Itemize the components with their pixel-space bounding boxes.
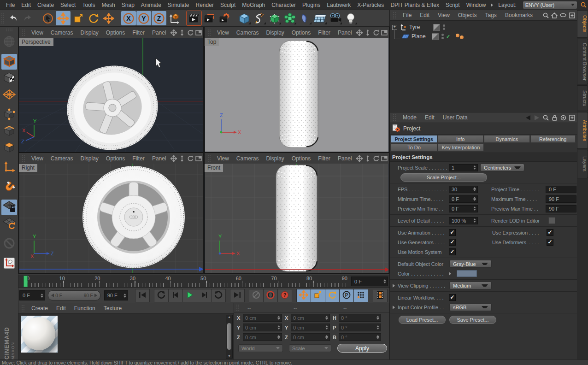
stepper-icon[interactable] bbox=[324, 316, 329, 320]
viewport-menu-item[interactable]: Panel bbox=[148, 29, 170, 36]
object-manager-menu-item[interactable]: Edit bbox=[416, 12, 434, 18]
rotate-view-icon[interactable] bbox=[187, 29, 194, 36]
tab-to-do[interactable]: To Do bbox=[391, 143, 437, 151]
layer-swatch[interactable] bbox=[432, 33, 439, 40]
default-object-color-select[interactable]: Gray-Blue bbox=[449, 260, 492, 268]
lock-y-axis-button[interactable]: Y bbox=[136, 11, 151, 25]
snap-button[interactable] bbox=[1, 180, 17, 195]
menu-item[interactable]: Laubwerk bbox=[323, 2, 354, 8]
menu-item[interactable]: Simulate bbox=[165, 2, 193, 8]
search-icon[interactable] bbox=[542, 12, 549, 19]
viewport-right[interactable]: ViewCamerasDisplayOptionsFilterPanel bbox=[18, 153, 204, 274]
key-pla-button[interactable] bbox=[353, 289, 368, 302]
object-tags[interactable] bbox=[456, 34, 464, 39]
zoom-view-icon[interactable] bbox=[364, 155, 371, 162]
material-menu-item[interactable]: Function bbox=[70, 305, 100, 312]
tab-key-interpolation[interactable]: Key Interpolation bbox=[438, 143, 484, 151]
visibility-dots[interactable] bbox=[441, 34, 444, 39]
tag-icon[interactable] bbox=[456, 34, 459, 37]
layout-select[interactable]: ENVY (User) bbox=[523, 1, 577, 9]
menu-item[interactable]: Select bbox=[57, 2, 79, 8]
size-z-field[interactable]: 0 cm bbox=[291, 333, 330, 341]
search-icon[interactable] bbox=[580, 1, 587, 8]
menu-item[interactable]: Script bbox=[442, 2, 463, 8]
size-y-field[interactable]: 0 cm bbox=[291, 324, 330, 331]
add-deformer-button[interactable] bbox=[282, 11, 297, 25]
object-manager-menu-item[interactable]: Bookmarks bbox=[501, 12, 537, 18]
viewport-menu-item[interactable]: Cameras bbox=[47, 155, 77, 162]
stepper-icon[interactable] bbox=[39, 294, 45, 298]
top-view[interactable]: Z X bbox=[205, 38, 388, 152]
preview-max-time-field[interactable]: 90 F bbox=[546, 205, 576, 212]
live-selection-button[interactable] bbox=[41, 11, 55, 25]
play-button[interactable] bbox=[182, 289, 197, 302]
stepper-icon[interactable] bbox=[276, 325, 282, 330]
attribute-grip[interactable] bbox=[393, 114, 397, 121]
stepper-icon[interactable] bbox=[472, 197, 477, 201]
maximum-time-field[interactable]: 90 F bbox=[546, 195, 576, 203]
add-subdivision-surface-button[interactable] bbox=[267, 11, 282, 25]
points-mode-button[interactable] bbox=[1, 107, 17, 123]
attribute-menu-item[interactable]: User Data bbox=[439, 114, 472, 121]
view-clipping-select[interactable]: Medium bbox=[449, 282, 492, 289]
rotate-view-icon[interactable] bbox=[372, 29, 380, 36]
frame-number-field[interactable]: 0 F bbox=[19, 290, 45, 300]
rot-p-field[interactable]: 0 ° bbox=[339, 324, 381, 331]
viewport-menu-item[interactable]: Filter bbox=[129, 29, 148, 36]
object-row-plane[interactable]: Plane ✓ bbox=[390, 32, 577, 41]
pos-y-field[interactable]: 0 cm bbox=[243, 324, 282, 331]
zoom-view-icon[interactable] bbox=[178, 155, 186, 162]
eye-icon[interactable] bbox=[559, 12, 567, 19]
lock-icon[interactable] bbox=[551, 114, 558, 121]
menu-item[interactable]: Snap bbox=[118, 2, 138, 8]
object-manager-menu-item[interactable]: File bbox=[399, 12, 416, 18]
stepper-icon[interactable] bbox=[472, 206, 477, 211]
home-icon[interactable] bbox=[551, 12, 558, 19]
render-settings-button[interactable] bbox=[217, 11, 232, 25]
tag-icon[interactable] bbox=[460, 35, 464, 39]
minimum-time-field[interactable]: 0 F bbox=[449, 195, 478, 203]
menu-item[interactable]: Edit bbox=[18, 2, 34, 8]
viewport-menu-item[interactable]: View bbox=[28, 155, 47, 162]
load-preset-button[interactable]: Load Preset... bbox=[399, 316, 446, 324]
viewport-menu-item[interactable]: Options bbox=[102, 29, 129, 36]
stepper-icon[interactable] bbox=[472, 165, 477, 170]
workplane-lock-button[interactable] bbox=[1, 200, 17, 215]
tab-dynamics[interactable]: Dynamics bbox=[484, 135, 530, 143]
rotate-view-icon[interactable] bbox=[187, 155, 194, 162]
coordinate-system-select[interactable]: World bbox=[238, 344, 283, 352]
menu-item[interactable]: File bbox=[3, 2, 18, 8]
add-environment-button[interactable] bbox=[313, 11, 328, 25]
rotate-view-icon[interactable] bbox=[372, 155, 380, 162]
add-cube-button[interactable] bbox=[237, 11, 252, 25]
stepper-icon[interactable] bbox=[472, 218, 477, 223]
tab-content-browser[interactable]: Content Browser bbox=[577, 39, 588, 84]
attribute-menu-item[interactable]: Edit bbox=[421, 114, 439, 121]
viewport-menu-item[interactable]: Filter bbox=[314, 29, 334, 36]
color-expand-icon[interactable] bbox=[449, 272, 451, 276]
axis-lock-button[interactable] bbox=[1, 256, 17, 271]
tab-project-settings[interactable]: Project Settings bbox=[391, 135, 437, 143]
menu-item[interactable]: Plugins bbox=[299, 2, 323, 8]
scale-tool-button[interactable] bbox=[71, 11, 86, 25]
add-camera-button[interactable] bbox=[328, 11, 343, 25]
timeline-playhead[interactable] bbox=[24, 276, 28, 287]
menu-item[interactable]: Animate bbox=[138, 2, 165, 8]
viewport-menu-item[interactable]: Options bbox=[102, 155, 129, 162]
attribute-menu-item[interactable]: Mode bbox=[399, 114, 421, 121]
stepper-icon[interactable] bbox=[324, 325, 329, 330]
viewport-menu-item[interactable]: Panel bbox=[148, 155, 170, 162]
stepper-icon[interactable] bbox=[276, 316, 282, 320]
key-scale-button[interactable] bbox=[311, 289, 325, 302]
menu-item[interactable]: Render bbox=[193, 2, 217, 8]
stepper-icon[interactable] bbox=[382, 279, 388, 283]
tab-info[interactable]: Info bbox=[438, 135, 484, 143]
material-menu-item[interactable]: Edit bbox=[52, 305, 70, 312]
menu-item[interactable]: DPIT Plants & Effex bbox=[387, 2, 442, 8]
viewport-grip[interactable] bbox=[22, 155, 26, 162]
scrollbar-thumb[interactable] bbox=[227, 323, 231, 350]
record-button[interactable] bbox=[249, 289, 264, 302]
viewport-menu-item[interactable]: Options bbox=[288, 155, 314, 162]
menu-item[interactable]: Window bbox=[463, 2, 489, 8]
move-tool-button[interactable] bbox=[56, 11, 71, 25]
